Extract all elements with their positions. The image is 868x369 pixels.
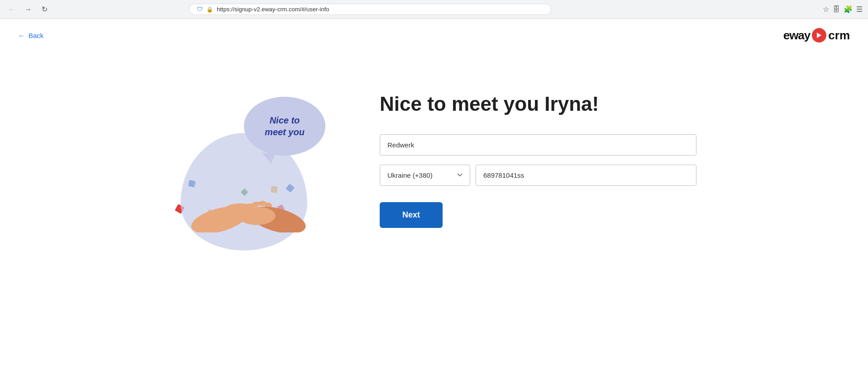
reload-button[interactable]: ↻ xyxy=(38,3,51,16)
menu-icon[interactable]: ☰ xyxy=(856,5,863,14)
url-display: https://signup-v2.eway-crm.com/#/user-in… xyxy=(217,6,329,13)
svg-marker-0 xyxy=(817,33,821,38)
next-button[interactable]: Next xyxy=(380,202,443,228)
form-section: Nice to meet you Iryna! Ukraine (+380) N… xyxy=(380,92,696,228)
back-label: Back xyxy=(29,32,43,39)
star-icon[interactable]: ☆ xyxy=(823,5,829,14)
forward-nav-button[interactable]: → xyxy=(22,3,34,16)
phone-input[interactable] xyxy=(476,165,696,186)
lock-icon: 🔒 xyxy=(206,6,213,13)
extensions-icon[interactable]: 🧩 xyxy=(844,5,853,14)
logo-eway-text: eway xyxy=(783,28,811,43)
greeting-title: Nice to meet you Iryna! xyxy=(380,92,696,116)
page: ← Back eway crm Nice to meet you xyxy=(0,19,868,369)
browser-chrome: ← → ↻ 🛡 🔒 https://signup-v2.eway-crm.com… xyxy=(0,0,868,19)
handshake-illustration xyxy=(190,183,307,237)
nav-buttons: ← → ↻ xyxy=(5,3,51,16)
browser-actions: ☆ 🗄 🧩 ☰ xyxy=(823,5,863,14)
shield-icon: 🛡 xyxy=(197,6,203,13)
speech-bubble-text: Nice to meet you xyxy=(265,114,305,138)
top-bar: ← Back eway crm xyxy=(0,19,868,52)
back-link[interactable]: ← Back xyxy=(18,32,43,39)
main-content: Nice to meet you xyxy=(0,52,868,287)
company-field-group xyxy=(380,134,696,156)
logo-crm-text: crm xyxy=(828,28,850,43)
logo-icon xyxy=(812,28,826,43)
country-select[interactable]: Ukraine (+380) xyxy=(380,165,470,186)
back-nav-button[interactable]: ← xyxy=(5,3,18,16)
phone-field-group: Ukraine (+380) xyxy=(380,165,696,186)
company-input[interactable] xyxy=(380,134,696,156)
pocket-icon[interactable]: 🗄 xyxy=(833,5,840,14)
back-arrow-icon: ← xyxy=(18,32,25,39)
logo: eway crm xyxy=(783,28,850,43)
address-bar[interactable]: 🛡 🔒 https://signup-v2.eway-crm.com/#/use… xyxy=(189,4,551,15)
illustration: Nice to meet you xyxy=(172,70,343,251)
